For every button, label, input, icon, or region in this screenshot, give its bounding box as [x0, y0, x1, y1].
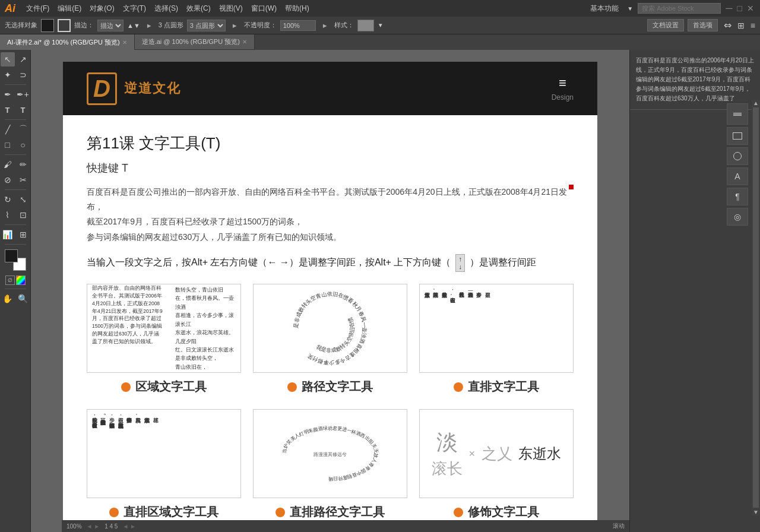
doc-settings-btn[interactable]: 文档设置	[647, 19, 684, 31]
menu-select[interactable]: 选择(S)	[151, 2, 182, 15]
vertical-text-label-text: 直排文字工具	[468, 379, 539, 395]
va-col-6: 风雪夜归人。	[134, 413, 141, 495]
scroll-down[interactable]: ▼	[752, 509, 760, 515]
lasso-tool[interactable]: ⊃	[16, 68, 30, 82]
menu-window[interactable]: 窗口(W)	[248, 2, 280, 15]
area-text-content: 百度百科是百度公司推出的一部内容开放、自由的网络百科全书平台。其测试版于2006…	[87, 284, 241, 373]
more-icon[interactable]: ≡	[750, 21, 755, 30]
v-col-4: ，青山依旧在。	[449, 288, 457, 369]
opacity-input[interactable]	[280, 20, 316, 31]
preferences-btn[interactable]: 首选项	[688, 19, 718, 31]
scale-tool[interactable]: ⤡	[16, 192, 30, 207]
pen-group: ✒ ✒+	[1, 87, 30, 102]
tab-2-label: 逆造.ai @ 100% (RGB/GPU 预览)	[142, 37, 240, 46]
arc-tool[interactable]: ⌒	[16, 122, 30, 137]
tab-1[interactable]: AI-课件2.ai* @ 100% (RGB/GPU 预览) ✕	[0, 34, 135, 50]
svg-text:我是非成败转头空依旧在惯: 我是非成败转头空依旧在惯	[315, 316, 355, 353]
vertical-text-cols: 滚滚长江东逝水 浪花淘尽英雄。 是非成败转头空 ，青山依旧在。 惯看秋月春风 一…	[423, 288, 492, 369]
color-icon[interactable]	[16, 276, 26, 285]
brush-tool[interactable]: 🖌	[1, 157, 15, 172]
hand-tool[interactable]: ✋	[1, 292, 15, 306]
stroke-select[interactable]: 描边	[97, 20, 124, 31]
add-anchor-tool[interactable]: ✒+	[16, 87, 30, 102]
color-swatches[interactable]	[5, 249, 26, 271]
magic-wand-tool[interactable]: ✦	[1, 68, 15, 82]
close-icon[interactable]: ✕	[747, 4, 754, 13]
panel-icon-expand[interactable]	[727, 103, 748, 125]
scroll-up[interactable]: ▲	[752, 100, 760, 106]
type-tool[interactable]: T	[1, 103, 15, 117]
rectangle-tool[interactable]: □	[1, 138, 15, 152]
panel-icon-circle[interactable]	[727, 147, 748, 165]
vertical-area-content: 非成败转头空，青山依旧在惯看秋月春 风°惯看秋月春风一壶浊酒喜相逢古今多 少事，…	[87, 409, 241, 498]
point-shape-label: 3 点圆形	[159, 21, 183, 30]
selection-tool[interactable]: ↖	[1, 52, 15, 66]
ellipse-text-svg: 当炉笑美人灯明朱颜酒绿劝君更进一杯酒西出阳关无故人青青园中葵朝露待日晞 路漫漫其…	[271, 410, 390, 498]
none-icon[interactable]: ∅	[5, 276, 15, 285]
pencil-tool[interactable]: ✏	[16, 157, 30, 172]
no-selection-label: 无选择对象	[5, 21, 37, 30]
deco-char-1: 淡	[436, 428, 458, 457]
divider-4	[5, 189, 26, 190]
brush-group: 🖌 ✏	[1, 157, 30, 172]
hamburger-icon[interactable]: ≡	[559, 75, 566, 91]
zoom-tool[interactable]: 🔍	[16, 292, 30, 306]
panel-icon-para[interactable]: ¶	[727, 188, 748, 205]
scroll-track[interactable]	[753, 107, 759, 508]
demo-section-2: 非成败转头空，青山依旧在惯看秋月春 风°惯看秋月春风一壶浊酒喜相逢古今多 少事，…	[87, 409, 574, 520]
menu-effect[interactable]: 效果(C)	[183, 2, 214, 15]
stroke-color-swatch[interactable]	[58, 19, 71, 32]
basic-features[interactable]: 基本功能	[587, 2, 622, 15]
canvas-area[interactable]: D 逆道文化 ≡ Design 第11课 文字工具(T) 快捷键 T 百度百科是…	[31, 50, 629, 532]
tab-1-close[interactable]: ✕	[122, 39, 127, 46]
graph-tool[interactable]: 📊	[1, 227, 15, 242]
nav-arrows[interactable]: ◄ ►	[87, 523, 100, 530]
shape-group: □ ○	[1, 138, 30, 152]
panel-icon-special[interactable]: ◎	[727, 208, 748, 226]
free-transform-tool[interactable]: ⊡	[16, 208, 30, 222]
menu-help[interactable]: 帮助(H)	[281, 2, 313, 15]
tab-2[interactable]: 逆造.ai @ 100% (RGB/GPU 预览) ✕	[135, 34, 255, 50]
panel-icon-type[interactable]: A	[727, 167, 748, 185]
vertical-type-tool[interactable]: T	[16, 103, 30, 117]
page-number: 1 4 5	[104, 523, 118, 530]
point-shape-select[interactable]: 3 点圆形	[187, 20, 226, 31]
menu-view[interactable]: 视图(V)	[216, 2, 246, 15]
menu-file[interactable]: 文件(F)	[23, 2, 53, 15]
decoration-text-content: 淡 滚长 ✕ 之乂 东逝水	[419, 409, 574, 498]
ellipse-tool[interactable]: ○	[16, 138, 30, 152]
rotate-tool[interactable]: ↻	[1, 192, 15, 207]
divider-1	[5, 84, 26, 85]
feature-dropdown-icon[interactable]: ▼	[627, 5, 633, 12]
menu-object[interactable]: 对象(O)	[86, 2, 118, 15]
vertical-scrollbar: ▲ ▼	[752, 100, 760, 515]
menu-edit[interactable]: 编辑(E)	[54, 2, 85, 15]
lesson-title: 第11课 文字工具(T)	[87, 133, 574, 154]
zoom-level: 100%	[66, 523, 82, 530]
fill-color-swatch[interactable]	[41, 19, 54, 32]
style-swatch[interactable]	[357, 20, 374, 31]
menu-type[interactable]: 文字(T)	[119, 2, 150, 15]
direct-select-tool[interactable]: ↗	[16, 52, 30, 66]
line-group: ╱ ⌒	[1, 122, 30, 137]
path-text-label: 路径文字工具	[287, 379, 373, 395]
panel-icon-rect[interactable]	[727, 127, 748, 145]
decoration-text-demo-box: 淡 滚长 ✕ 之乂 东逝水 修饰文字工具	[419, 409, 574, 520]
nav-arrows-2[interactable]: ◄ ►	[122, 523, 136, 530]
style-dropdown[interactable]: ▼	[378, 22, 384, 28]
arrange-icon[interactable]: ⊞	[737, 21, 745, 30]
minimize-icon[interactable]: ─	[726, 3, 732, 14]
artboard-tool[interactable]: ⊞	[16, 227, 30, 242]
design-label: Design	[552, 93, 574, 102]
warp-tool[interactable]: ⌇	[1, 208, 15, 222]
maximize-icon[interactable]: □	[737, 4, 742, 13]
line-tool[interactable]: ╱	[1, 122, 15, 137]
foreground-color[interactable]	[5, 249, 18, 262]
divider-5	[5, 224, 26, 225]
scissors-tool[interactable]: ✂	[16, 173, 30, 187]
panel-toggle-icon[interactable]: ⇔	[724, 20, 732, 31]
tab-2-close[interactable]: ✕	[242, 39, 247, 45]
eraser-tool[interactable]: ⊘	[1, 173, 15, 187]
pen-tool[interactable]: ✒	[1, 87, 15, 102]
stock-search-input[interactable]	[638, 3, 721, 14]
